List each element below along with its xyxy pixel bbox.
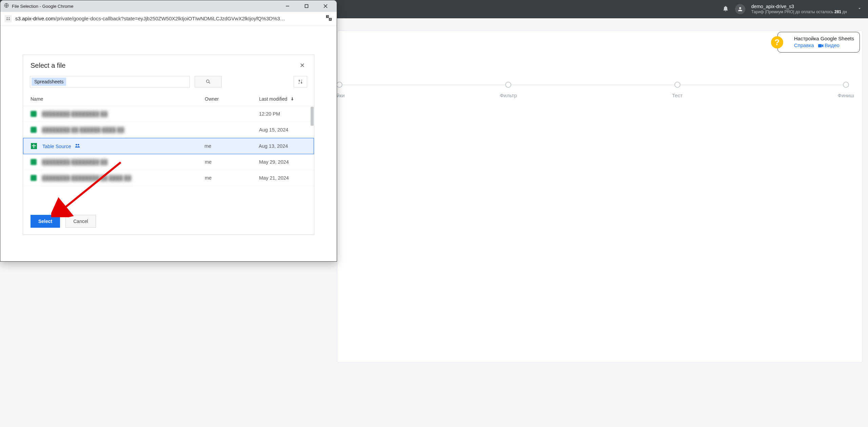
chrome-titlebar: File Selection - Google Chrome <box>0 0 337 12</box>
wizard-step[interactable]: Фильтр <box>500 82 517 98</box>
user-block[interactable]: demo_apix-drive_s3 Тариф |Премиум PRO| д… <box>751 4 847 14</box>
wizard-step[interactable]: Тест <box>672 82 683 98</box>
file-row[interactable]: ████████ ██ ██████ ████ ██Aug 15, 2024 <box>23 122 314 138</box>
scrollbar[interactable] <box>311 107 314 126</box>
translate-icon[interactable]: 文A <box>325 14 333 23</box>
help-icon[interactable]: ? <box>771 36 783 48</box>
file-name: ████████ ████████ ██ <box>42 159 205 165</box>
maximize-button[interactable] <box>301 1 312 11</box>
wizard-card: ойки Фильтр Тест Финиш <box>337 30 863 363</box>
file-picker-dialog: Select a file ✕ Spreadsheets AZ Name Own… <box>23 55 314 235</box>
svg-rect-9 <box>8 19 10 19</box>
filter-chip-spreadsheets[interactable]: Spreadsheets <box>32 78 66 86</box>
step-label: Фильтр <box>500 93 517 98</box>
url-text[interactable]: s3.apix-drive.com/private/google-docs-ca… <box>15 16 322 21</box>
svg-text:A: A <box>330 18 331 20</box>
svg-text:A: A <box>298 82 300 84</box>
svg-point-14 <box>206 80 209 83</box>
select-button[interactable]: Select <box>31 215 60 228</box>
file-row[interactable]: ████████ ████████ ██ ████ ██meMay 21, 20… <box>23 170 314 186</box>
file-date: May 21, 2024 <box>259 175 307 181</box>
step-label: Тест <box>672 93 683 98</box>
shared-icon <box>75 143 81 148</box>
window-title: File Selection - Google Chrome <box>12 4 282 9</box>
search-input[interactable]: Spreadsheets <box>30 76 190 87</box>
user-tariff: Тариф |Премиум PRO| до оплаты осталось 2… <box>751 9 847 14</box>
svg-rect-0 <box>818 44 822 47</box>
sort-button[interactable]: AZ <box>294 76 307 87</box>
svg-rect-3 <box>305 5 308 8</box>
camera-icon <box>818 43 824 49</box>
file-owner: me <box>205 159 259 165</box>
arrow-down-icon <box>290 97 295 101</box>
sheets-icon <box>31 111 37 117</box>
sheets-icon <box>31 127 37 133</box>
sheets-icon <box>31 143 37 149</box>
file-name: ████████ ██ ██████ ████ ██ <box>42 127 205 133</box>
user-name: demo_apix-drive_s3 <box>751 4 847 9</box>
help-panel: ? Настройка Google Sheets Справка Видео <box>777 32 860 53</box>
file-row[interactable]: ████████ ████████ ██12:20 PM <box>23 106 314 122</box>
svg-text:文: 文 <box>327 15 329 18</box>
svg-rect-8 <box>6 19 8 19</box>
col-owner-header[interactable]: Owner <box>205 96 259 102</box>
svg-rect-10 <box>6 19 8 20</box>
cancel-button[interactable]: Cancel <box>65 215 96 228</box>
svg-point-7 <box>9 17 9 18</box>
search-button[interactable] <box>195 76 222 87</box>
file-owner: me <box>204 143 259 149</box>
table-header: Name Owner Last modified <box>23 93 314 106</box>
svg-rect-11 <box>8 19 10 20</box>
svg-text:Z: Z <box>301 79 302 81</box>
sheets-icon <box>31 175 37 181</box>
file-name: Table Source <box>42 143 204 149</box>
sheets-icon <box>31 159 37 165</box>
svg-line-15 <box>209 82 210 83</box>
help-title: Настройка Google Sheets <box>794 36 854 41</box>
chevron-down-icon[interactable] <box>853 6 862 12</box>
col-date-header[interactable]: Last modified <box>259 96 307 102</box>
file-name: ████████ ████████ ██ ████ ██ <box>42 175 205 181</box>
globe-icon <box>4 3 12 9</box>
file-row[interactable]: ████████ ████████ ██meMay 29, 2024 <box>23 154 314 170</box>
avatar[interactable] <box>735 4 745 14</box>
minimize-button[interactable] <box>282 1 293 11</box>
file-row[interactable]: Table SourcemeAug 13, 2024 <box>23 138 314 154</box>
file-date: 12:20 PM <box>259 111 307 117</box>
file-list: ████████ ████████ ██12:20 PM████████ ██ … <box>23 106 314 186</box>
help-video-link[interactable]: Видео <box>825 42 840 48</box>
site-settings-icon[interactable] <box>4 15 12 22</box>
file-owner: me <box>205 175 259 181</box>
svg-point-19 <box>78 144 79 145</box>
file-date: Aug 13, 2024 <box>259 143 306 149</box>
file-date: May 29, 2024 <box>259 159 307 165</box>
file-name: ████████ ████████ ██ <box>42 111 205 117</box>
help-reference-link[interactable]: Справка <box>794 42 814 48</box>
close-icon[interactable]: ✕ <box>298 61 307 70</box>
col-name-header[interactable]: Name <box>31 96 205 102</box>
close-button[interactable] <box>320 1 331 11</box>
wizard-step[interactable]: Финиш <box>838 82 854 98</box>
svg-point-18 <box>76 144 77 145</box>
file-date: Aug 15, 2024 <box>259 127 307 133</box>
picker-title: Select a file <box>31 62 298 69</box>
bell-icon[interactable] <box>722 5 729 13</box>
svg-point-6 <box>7 17 7 18</box>
step-label: Финиш <box>838 93 854 98</box>
chrome-urlbar: s3.apix-drive.com/private/google-docs-ca… <box>0 12 337 25</box>
chrome-popup-window: File Selection - Google Chrome s3.apix-d… <box>0 0 337 262</box>
